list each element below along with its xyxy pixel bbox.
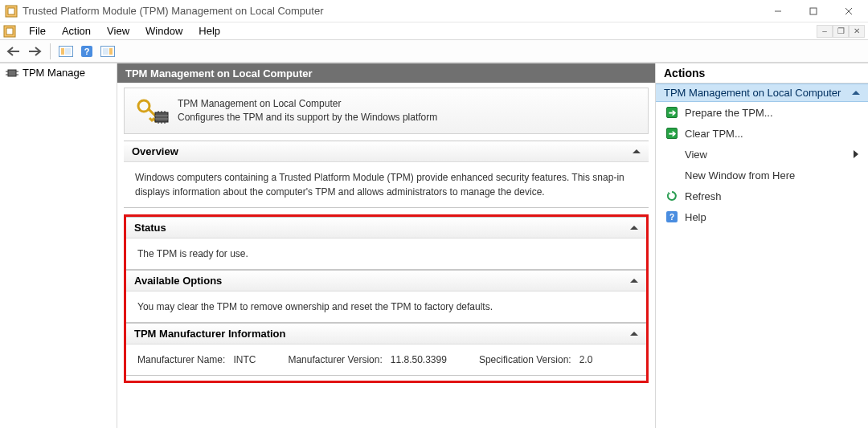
action-clear-tpm[interactable]: ➔ Clear TPM...	[656, 123, 868, 144]
mfr-version-label: Manufacturer Version:	[288, 354, 387, 365]
mdi-close-button[interactable]: ✕	[849, 25, 865, 38]
mfr-version-value: 11.8.50.3399	[391, 354, 447, 365]
mdi-minimize-button[interactable]: –	[817, 25, 833, 38]
action-refresh-label: Refresh	[685, 190, 722, 202]
collapse-icon	[630, 279, 638, 283]
svg-rect-14	[8, 70, 16, 76]
menu-help[interactable]: Help	[190, 23, 228, 39]
action-new-window[interactable]: New Window from Here	[656, 165, 868, 185]
toolbar: ?	[0, 40, 868, 63]
intro-title: TPM Management on Local Computer	[178, 97, 437, 111]
refresh-icon	[665, 190, 678, 202]
panel-options-header[interactable]: Available Options	[126, 271, 646, 291]
actions-pane: Actions TPM Management on Local Computer…	[656, 63, 868, 428]
menu-bar: File Action View Window Help – ❐ ✕	[0, 22, 868, 40]
menu-action[interactable]: Action	[54, 23, 99, 39]
svg-rect-3	[810, 8, 817, 14]
chevron-right-icon	[854, 150, 858, 158]
panel-status: Status The TPM is ready for use.	[126, 217, 646, 270]
panel-status-body: The TPM is ready for use.	[126, 238, 646, 269]
svg-rect-20	[155, 112, 168, 122]
close-button[interactable]	[833, 2, 865, 20]
action-prepare-tpm[interactable]: ➔ Prepare the TPM...	[656, 102, 868, 123]
collapse-icon	[852, 91, 860, 95]
actions-section-header[interactable]: TPM Management on Local Computer	[656, 84, 868, 102]
panel-status-header[interactable]: Status	[126, 218, 646, 238]
action-view-label: View	[685, 149, 707, 161]
svg-rect-8	[61, 48, 64, 55]
details-pane: TPM Management on Local Computer TPM Man…	[117, 63, 656, 428]
show-hide-action-pane-button[interactable]	[99, 43, 117, 60]
details-header: TPM Management on Local Computer	[117, 63, 655, 83]
window-controls	[762, 2, 865, 20]
panel-manufacturer-header[interactable]: TPM Manufacturer Information	[126, 324, 646, 344]
chip-icon	[5, 67, 19, 79]
blank-icon	[665, 148, 678, 161]
panel-overview-title: Overview	[132, 145, 178, 157]
mfr-name-value: INTC	[233, 354, 256, 365]
window-title: Trusted Platform Module (TPM) Management…	[23, 5, 762, 17]
svg-rect-12	[103, 48, 108, 55]
action-help[interactable]: ? Help	[656, 206, 868, 227]
tree-root-tpm[interactable]: TPM Manage	[0, 65, 117, 80]
panel-manufacturer-title: TPM Manufacturer Information	[134, 328, 286, 340]
action-clear-tpm-label: Clear TPM...	[685, 128, 743, 140]
highlight-box: Status The TPM is ready for use. Availab…	[124, 214, 649, 383]
minimize-button[interactable]	[762, 2, 794, 20]
svg-rect-7	[6, 28, 13, 35]
mdi-controls: – ❐ ✕	[817, 25, 865, 38]
intro-description: Configures the TPM and its support by th…	[178, 111, 437, 124]
details-header-label: TPM Management on Local Computer	[125, 67, 313, 79]
menu-file[interactable]: File	[21, 23, 54, 39]
action-prepare-tpm-label: Prepare the TPM...	[685, 107, 773, 119]
panel-options-title: Available Options	[134, 275, 222, 287]
actions-section-label: TPM Management on Local Computer	[664, 87, 841, 99]
key-chip-icon	[134, 96, 170, 125]
panel-overview-body: Windows computers containing a Trusted P…	[124, 162, 649, 207]
title-bar: Trusted Platform Module (TPM) Management…	[0, 0, 868, 22]
arrow-right-icon: ➔	[665, 127, 678, 140]
collapse-icon	[630, 332, 638, 336]
workspace: TPM Manage TPM Management on Local Compu…	[0, 63, 868, 428]
menu-window[interactable]: Window	[137, 23, 190, 39]
actions-header: Actions	[656, 63, 868, 84]
action-refresh[interactable]: Refresh	[656, 185, 868, 206]
action-help-label: Help	[685, 211, 706, 223]
collapse-icon	[633, 149, 641, 153]
panel-manufacturer: TPM Manufacturer Information Manufacture…	[126, 323, 646, 376]
arrow-right-icon: ➔	[665, 106, 678, 119]
action-view[interactable]: View	[656, 144, 868, 165]
svg-rect-13	[109, 48, 113, 55]
panel-overview: Overview Windows computers containing a …	[124, 141, 649, 208]
intro-box: TPM Management on Local Computer Configu…	[124, 88, 649, 134]
panel-status-title: Status	[134, 222, 166, 234]
menu-view[interactable]: View	[99, 23, 137, 39]
spec-version-value: 2.0	[579, 354, 593, 365]
intro-text: TPM Management on Local Computer Configu…	[178, 97, 437, 125]
panel-overview-header[interactable]: Overview	[124, 141, 649, 162]
show-hide-console-tree-button[interactable]	[57, 43, 75, 60]
console-tree: TPM Manage	[0, 63, 117, 428]
panel-manufacturer-body: Manufacturer Name: INTC Manufacturer Ver…	[126, 344, 646, 375]
toolbar-separator	[50, 43, 51, 59]
panel-options-body: You may clear the TPM to remove ownershi…	[126, 291, 646, 322]
tree-root-label: TPM Manage	[23, 67, 85, 79]
app-icon-small	[3, 25, 16, 38]
mfr-name-label: Manufacturer Name:	[137, 354, 231, 365]
spec-version-label: Specification Version:	[479, 354, 576, 365]
maximize-button[interactable]	[797, 2, 829, 20]
forward-button[interactable]	[26, 43, 43, 60]
help-icon: ?	[665, 210, 678, 223]
blank-icon	[665, 169, 678, 181]
svg-text:?: ?	[669, 213, 674, 222]
action-new-window-label: New Window from Here	[685, 169, 795, 181]
help-button[interactable]: ?	[78, 43, 96, 60]
svg-rect-1	[8, 8, 14, 14]
svg-text:?: ?	[84, 47, 90, 56]
collapse-icon	[630, 226, 638, 230]
mdi-restore-button[interactable]: ❐	[833, 25, 849, 38]
svg-rect-9	[65, 48, 71, 55]
app-icon	[5, 5, 18, 18]
panel-options: Available Options You may clear the TPM …	[126, 270, 646, 323]
back-button[interactable]	[5, 43, 23, 60]
